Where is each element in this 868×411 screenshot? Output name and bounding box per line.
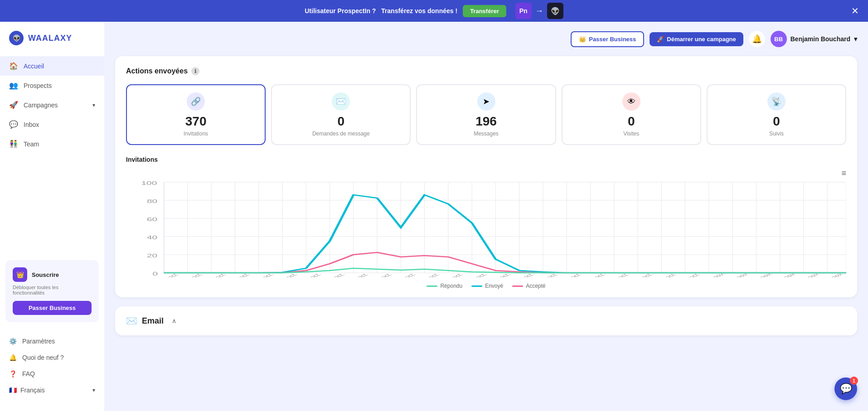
- sidebar-item-team[interactable]: 👫 Team: [0, 134, 104, 154]
- sidebar-item-inbox[interactable]: 💬 Inbox: [0, 115, 104, 134]
- top-bar: 👑 Passer Business 🚀 Démarrer une campagn…: [115, 31, 857, 47]
- sidebar-logo: 👽 WAALAXY: [0, 31, 104, 56]
- user-menu-button[interactable]: BB Benjamin Bouchard ▾: [771, 31, 857, 47]
- prospects-icon: 👥: [9, 81, 18, 90]
- chart-legend: Répondu Envoyé Accepté: [126, 283, 846, 289]
- suivis-value: 0: [773, 114, 780, 129]
- legend-accepte: Accepté: [512, 283, 545, 289]
- sidebar-item-campagnes[interactable]: 🚀 Campagnes ▾: [0, 95, 104, 115]
- alien-icon: 👽: [547, 3, 563, 19]
- demarrer-campagne-label: Démarrer une campagne: [667, 36, 736, 43]
- demandes-icon: ✉️: [332, 92, 350, 111]
- bottom-item-quoi-de-neuf[interactable]: 🔔 Quoi de neuf ?: [0, 349, 104, 366]
- subscribe-icon: 👑: [13, 267, 27, 282]
- suivis-icon: 📡: [767, 92, 786, 111]
- actions-card: Actions envoyées ℹ 🔗 370 Invitations ✉️ …: [115, 56, 857, 297]
- sidebar-item-label: Inbox: [24, 121, 39, 128]
- close-button[interactable]: ✕: [851, 5, 859, 16]
- main-content: 👑 Passer Business 🚀 Démarrer une campagn…: [104, 22, 868, 411]
- stat-card-suivis[interactable]: 📡 0 Suivis: [707, 84, 846, 145]
- quoi-de-neuf-icon: 🔔: [9, 354, 17, 361]
- language-label: Français: [20, 387, 45, 394]
- bottom-item-label: Quoi de neuf ?: [22, 354, 64, 361]
- accueil-icon: 🏠: [9, 62, 18, 70]
- svg-text:0: 0: [153, 271, 158, 276]
- crown-icon: 👑: [579, 36, 586, 43]
- notification-button[interactable]: 🔔: [749, 31, 765, 47]
- legend-accepte-label: Accepté: [526, 283, 545, 289]
- svg-text:40: 40: [147, 235, 157, 240]
- email-section[interactable]: ✉️ Email ∧: [115, 306, 857, 335]
- sidebar-nav: 🏠 Accueil 👥 Prospects 🚀 Campagnes ▾ 💬 In…: [0, 56, 104, 253]
- stat-card-demandes[interactable]: ✉️ 0 Demandes de message: [271, 84, 411, 145]
- language-selector[interactable]: 🇫🇷 Français ▾: [0, 382, 104, 398]
- pn-icon: Pn: [515, 3, 532, 19]
- logo-icon: 👽: [9, 31, 24, 45]
- chat-bubble[interactable]: 💬 1: [834, 377, 857, 400]
- legend-envoye-label: Envoyé: [485, 283, 503, 289]
- invitations-icon: 🔗: [187, 92, 205, 111]
- actions-title: Actions envoyées ℹ: [126, 67, 846, 75]
- stat-card-messages[interactable]: ➤ 196 Messages: [416, 84, 556, 145]
- legend-repondu: Répondu: [427, 283, 462, 289]
- passer-business-sidebar-button[interactable]: Passer Business: [13, 301, 92, 315]
- parametres-icon: ⚙️: [9, 338, 17, 345]
- sidebar-item-accueil[interactable]: 🏠 Accueil: [0, 56, 104, 76]
- sidebar: 👽 WAALAXY 🏠 Accueil 👥 Prospects 🚀 Campag…: [0, 22, 104, 411]
- banner-text: Utilisateur ProspectIn ? Transférez vos …: [305, 7, 457, 15]
- user-name: Benjamin Bouchard: [790, 35, 850, 43]
- chevron-up-icon: ∧: [172, 317, 176, 324]
- rocket-icon: 🚀: [657, 36, 664, 43]
- transfer-button[interactable]: Transférer: [463, 5, 506, 17]
- invitations-label: Invitations: [184, 131, 208, 137]
- stats-row: 🔗 370 Invitations ✉️ 0 Demandes de messa…: [126, 84, 846, 145]
- chevron-down-icon: ▾: [854, 35, 857, 43]
- chart-section: Invitations ≡ 0 20 40 60 80 100: [126, 156, 846, 286]
- visites-label: Visites: [623, 131, 639, 137]
- demandes-value: 0: [338, 114, 345, 129]
- chat-badge: 1: [850, 377, 858, 385]
- legend-repondu-color: [427, 285, 437, 287]
- stat-card-visites[interactable]: 👁 0 Visites: [562, 84, 701, 145]
- messages-label: Messages: [474, 131, 499, 137]
- visites-icon: 👁: [622, 92, 640, 111]
- legend-envoye-color: [471, 285, 482, 287]
- avatar: BB: [771, 31, 787, 47]
- sidebar-bottom: ⚙️ Paramètres 🔔 Quoi de neuf ? ❓ FAQ 🇫🇷 …: [0, 329, 104, 402]
- sidebar-item-prospects[interactable]: 👥 Prospects: [0, 76, 104, 95]
- sidebar-item-label: Campagnes: [24, 102, 58, 109]
- bottom-item-label: Paramètres: [22, 338, 55, 345]
- invitations-value: 370: [185, 114, 207, 129]
- chevron-down-icon: ▾: [92, 102, 95, 108]
- legend-accepte-color: [512, 285, 523, 287]
- chevron-down-icon: ▾: [92, 387, 95, 393]
- chat-icon: 💬: [840, 383, 852, 395]
- svg-text:20: 20: [147, 253, 157, 258]
- chart-menu-button[interactable]: ≡: [841, 169, 846, 178]
- sidebar-item-label: Team: [24, 140, 39, 148]
- messages-value: 196: [475, 114, 497, 129]
- team-icon: 👫: [9, 140, 18, 148]
- inbox-icon: 💬: [9, 120, 18, 129]
- stat-card-invitations[interactable]: 🔗 370 Invitations: [126, 84, 266, 145]
- sidebar-item-label: Accueil: [24, 63, 44, 70]
- demandes-label: Demandes de message: [312, 131, 370, 137]
- svg-text:60: 60: [147, 217, 157, 222]
- top-banner: Utilisateur ProspectIn ? Transférez vos …: [0, 0, 868, 22]
- legend-repondu-label: Répondu: [440, 283, 462, 289]
- passer-business-button[interactable]: 👑 Passer Business: [571, 31, 644, 47]
- subscribe-header: 👑 Souscrire: [13, 267, 92, 282]
- bell-icon: 🔔: [752, 34, 762, 44]
- subscribe-desc: Débloquer toutes les fonctionnalités: [13, 285, 92, 295]
- svg-text:100: 100: [141, 181, 157, 186]
- chart-container: ≡ 0 20 40 60 80 100: [126, 169, 846, 286]
- passer-business-label: Passer Business: [589, 36, 636, 43]
- subscribe-box: 👑 Souscrire Débloquer toutes les fonctio…: [5, 260, 99, 322]
- faq-icon: ❓: [9, 370, 17, 377]
- app-layout: 👽 WAALAXY 🏠 Accueil 👥 Prospects 🚀 Campag…: [0, 22, 868, 411]
- demarrer-campagne-button[interactable]: 🚀 Démarrer une campagne: [650, 32, 743, 46]
- bottom-item-faq[interactable]: ❓ FAQ: [0, 366, 104, 382]
- arrow-icon: →: [535, 6, 543, 16]
- bottom-item-parametres[interactable]: ⚙️ Paramètres: [0, 333, 104, 349]
- info-icon[interactable]: ℹ: [191, 67, 199, 75]
